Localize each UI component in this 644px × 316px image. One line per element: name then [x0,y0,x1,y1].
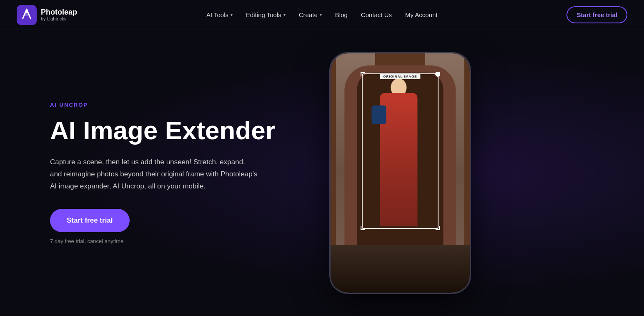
nav-links: AI Tools ▾ Editing Tools ▾ Create ▾ Blog… [200,8,444,22]
original-image-box: ORIGINAL IMAGE [362,73,439,229]
corner-handle-br [436,226,440,230]
hero-content: AI UNCROP AI Image Extender Capture a sc… [50,102,283,245]
nav-item-create[interactable]: Create ▾ [293,8,328,22]
floor-area [331,245,470,293]
hero-visual: ORIGINAL IMAGE [283,52,517,294]
hero-title: AI Image Extender [50,116,283,145]
hero-badge: AI UNCROP [50,102,283,108]
brand-name: Photoleap [41,8,77,17]
logo-icon [17,5,37,25]
nav-item-account[interactable]: My Account [399,8,444,22]
phone-screen: ORIGINAL IMAGE [331,53,470,293]
chevron-down-icon: ▾ [320,13,322,17]
phone-mockup: ORIGINAL IMAGE [329,52,471,294]
hero-description: Capture a scene, then let us add the uns… [50,156,258,193]
nav-item-editing-tools[interactable]: Editing Tools ▾ [240,8,291,22]
nav-item-ai-tools[interactable]: AI Tools ▾ [200,8,238,22]
original-image-label: ORIGINAL IMAGE [380,74,420,79]
chevron-down-icon: ▾ [283,13,286,17]
nav-item-blog[interactable]: Blog [329,8,353,22]
chevron-down-icon: ▾ [231,13,233,17]
brand-sub: by Lightricks [41,16,77,21]
door-scene: ORIGINAL IMAGE [331,53,470,293]
logo-link[interactable]: Photoleap by Lightricks [17,5,77,25]
hero-cta-button[interactable]: Start free trial [50,209,130,232]
nav-cta-button[interactable]: Start free trial [566,6,627,23]
corner-handle-tl [361,72,365,76]
navbar: Photoleap by Lightricks AI Tools ▾ Editi… [0,0,644,30]
hero-section: AI UNCROP AI Image Extender Capture a sc… [0,30,644,316]
corner-handle-bl [361,226,365,230]
trial-note: 7 day free trial, cancel anytime [50,238,283,244]
nav-item-contact[interactable]: Contact Us [355,8,398,22]
resize-handle [435,72,440,77]
